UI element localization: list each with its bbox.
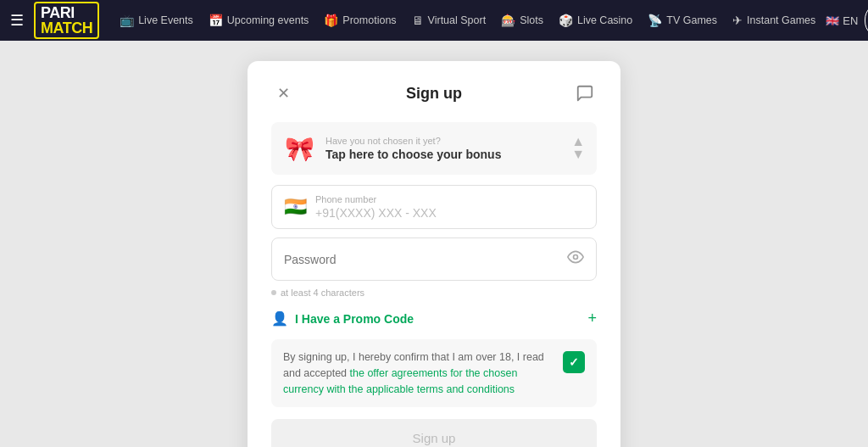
live-events-label: Live Events xyxy=(138,14,193,26)
svg-point-0 xyxy=(574,255,578,260)
promo-icon: 👤 xyxy=(271,310,288,327)
tv-games-label: TV Games xyxy=(666,14,717,26)
terms-checkbox[interactable]: ✓ xyxy=(563,351,585,373)
sidebar-item-live-casino[interactable]: 🎲 Live Casino xyxy=(552,8,639,32)
nav-right: 🇬🇧 EN Log in xyxy=(826,3,868,38)
flag-icon: 🇬🇧 xyxy=(826,14,839,27)
bonus-text: Have you not chosen it yet? Tap here to … xyxy=(326,136,561,161)
navbar: ☰ PARI MATCH 📺 Live Events 📅 Upcoming ev… xyxy=(0,0,868,41)
promo-code-row[interactable]: 👤 I Have a Promo Code + xyxy=(271,310,597,327)
promo-label: I Have a Promo Code xyxy=(295,312,581,326)
tv-games-icon: 📡 xyxy=(648,14,662,27)
password-input[interactable] xyxy=(284,253,567,266)
hamburger-icon[interactable]: ☰ xyxy=(10,11,24,30)
hint-dot-icon xyxy=(271,290,276,295)
password-field[interactable] xyxy=(271,237,597,281)
close-button[interactable]: ✕ xyxy=(271,81,295,105)
sidebar-item-tv-games[interactable]: 📡 TV Games xyxy=(641,8,724,32)
sidebar-item-promotions[interactable]: 🎁 Promotions xyxy=(317,8,403,32)
live-casino-icon: 🎲 xyxy=(559,14,573,27)
live-casino-label: Live Casino xyxy=(577,14,632,26)
promotions-label: Promotions xyxy=(342,14,396,26)
main-content: ✕ Sign up 🎀 Have you not chosen it yet? … xyxy=(0,41,868,447)
instant-games-label: Instant Games xyxy=(747,14,815,26)
modal-header: ✕ Sign up xyxy=(271,81,597,105)
bonus-hint: Have you not chosen it yet? xyxy=(326,136,561,146)
checkmark-icon: ✓ xyxy=(569,354,579,372)
instant-games-icon: ✈ xyxy=(732,14,743,27)
logo-pari: PARI xyxy=(41,4,75,21)
eye-icon[interactable] xyxy=(567,249,584,270)
bonus-cta: Tap here to choose your bonus xyxy=(326,148,561,161)
logo-match: MATCH xyxy=(41,20,92,36)
password-hint-text: at least 4 characters xyxy=(281,288,364,298)
virtual-sport-icon: 🖥 xyxy=(412,14,424,27)
bonus-chevron-icon: ▲ ▼ xyxy=(571,137,585,160)
language-selector[interactable]: 🇬🇧 EN xyxy=(826,14,858,27)
phone-info: Phone number +91(XXXX) XXX - XXX xyxy=(315,194,584,220)
language-label: EN xyxy=(843,14,858,27)
live-events-icon: 📺 xyxy=(120,14,134,27)
india-flag-icon: 🇮🇳 xyxy=(284,196,307,218)
phone-value: +91(XXXX) XXX - XXX xyxy=(315,206,584,220)
terms-text: By signing up, I hereby confirm that I a… xyxy=(283,349,554,397)
bonus-image-icon: 🎀 xyxy=(283,132,315,165)
slots-label: Slots xyxy=(520,14,543,26)
modal-title: Sign up xyxy=(295,85,573,103)
sidebar-item-upcoming-events[interactable]: 📅 Upcoming events xyxy=(202,8,316,32)
password-hint: at least 4 characters xyxy=(271,288,597,298)
sidebar-item-instant-games[interactable]: ✈ Instant Games xyxy=(726,8,822,32)
nav-items: 📺 Live Events 📅 Upcoming events 🎁 Promot… xyxy=(113,8,822,32)
login-button[interactable]: Log in xyxy=(865,3,868,38)
virtual-sport-label: Virtual Sport xyxy=(428,14,487,26)
logo[interactable]: PARI MATCH xyxy=(34,2,99,39)
bonus-selector[interactable]: 🎀 Have you not chosen it yet? Tap here t… xyxy=(271,122,597,175)
upcoming-events-label: Upcoming events xyxy=(227,14,309,26)
phone-field[interactable]: 🇮🇳 Phone number +91(XXXX) XXX - XXX xyxy=(271,185,597,229)
phone-label: Phone number xyxy=(315,194,584,204)
upcoming-events-icon: 📅 xyxy=(209,14,223,27)
signup-button[interactable]: Sign up xyxy=(271,419,597,447)
slots-icon: 🎰 xyxy=(501,14,515,27)
support-icon[interactable] xyxy=(573,81,597,105)
terms-box: By signing up, I hereby confirm that I a… xyxy=(271,339,597,407)
sidebar-item-live-events[interactable]: 📺 Live Events xyxy=(113,8,200,32)
sidebar-item-slots[interactable]: 🎰 Slots xyxy=(494,8,550,32)
promo-plus-icon[interactable]: + xyxy=(587,310,597,327)
promotions-icon: 🎁 xyxy=(324,14,338,27)
sidebar-item-virtual-sport[interactable]: 🖥 Virtual Sport xyxy=(405,8,493,32)
signup-modal: ✕ Sign up 🎀 Have you not chosen it yet? … xyxy=(248,61,620,447)
